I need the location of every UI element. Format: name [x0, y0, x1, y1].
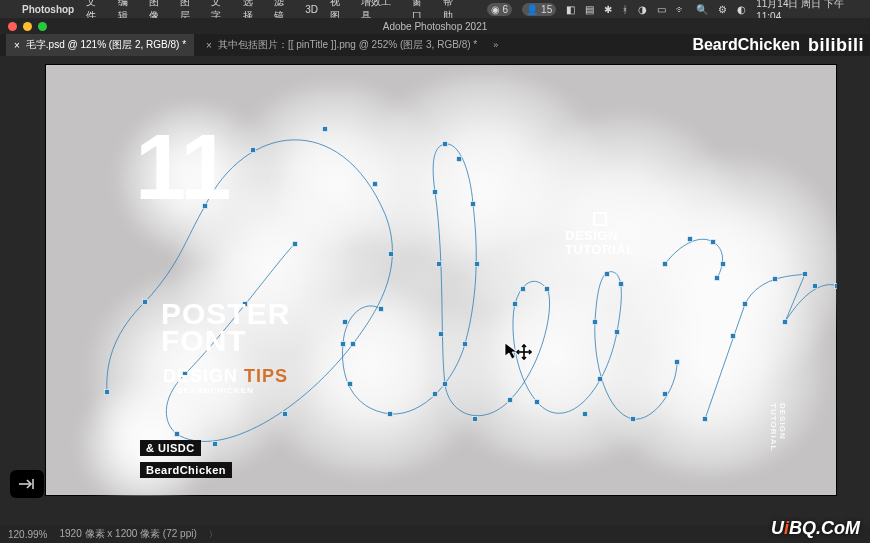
svg-rect-20: [463, 342, 468, 347]
svg-rect-13: [293, 242, 298, 247]
workspace: 11 DESIGN TUTORIAL POSTER FONT DESIGN TI…: [0, 56, 870, 543]
svg-rect-17: [348, 382, 353, 387]
svg-rect-35: [535, 400, 540, 405]
svg-rect-47: [711, 240, 716, 245]
svg-rect-24: [443, 142, 448, 147]
window-title: Adobe Photoshop 2021: [0, 21, 870, 32]
user-badge[interactable]: 👤 15: [522, 3, 556, 16]
svg-rect-5: [373, 182, 378, 187]
svg-rect-9: [213, 442, 218, 447]
svg-rect-50: [703, 417, 708, 422]
tips-word: TIPS: [244, 366, 288, 386]
bilibili-logo: bilibili: [808, 35, 864, 56]
svg-rect-40: [593, 320, 598, 325]
svg-rect-29: [473, 417, 478, 422]
status-icon[interactable]: ▤: [585, 4, 594, 15]
design-tips: DESIGN TIPS: [163, 366, 288, 387]
svg-rect-15: [343, 320, 348, 325]
tab-collapse-icon[interactable]: »: [493, 40, 498, 50]
svg-rect-55: [783, 320, 788, 325]
tab-label: 其中包括图片：[[ pinTitle ]].png @ 252% (图层 3, …: [218, 38, 477, 52]
svg-rect-53: [773, 277, 778, 282]
svg-rect-57: [835, 284, 838, 289]
svg-rect-14: [379, 307, 384, 312]
wifi-icon[interactable]: ᯤ: [676, 4, 686, 15]
record-badge[interactable]: ◉ 6: [487, 3, 513, 16]
svg-rect-6: [389, 252, 394, 257]
bluetooth-icon[interactable]: ᚼ: [622, 4, 628, 15]
svg-rect-18: [388, 412, 393, 417]
status-bar: 120.99% 1920 像素 x 1200 像素 (72 ppi) 〉: [0, 525, 870, 543]
svg-rect-23: [457, 157, 462, 162]
svg-rect-10: [175, 432, 180, 437]
svg-rect-32: [521, 287, 526, 292]
search-icon[interactable]: 🔍: [696, 4, 708, 15]
svg-rect-4: [323, 127, 328, 132]
document-tab[interactable]: × 其中包括图片：[[ pinTitle ]].png @ 252% (图层 3…: [198, 34, 485, 56]
tag-beardchicken: BeardChicken: [140, 462, 232, 478]
svg-rect-30: [508, 398, 513, 403]
floating-tool-button[interactable]: [10, 470, 44, 498]
svg-rect-1: [143, 300, 148, 305]
design-label: DESIGN: [565, 229, 634, 243]
tab-close-icon[interactable]: ×: [206, 40, 212, 51]
svg-rect-0: [105, 390, 110, 395]
svg-rect-54: [803, 272, 808, 277]
svg-rect-56: [813, 284, 818, 289]
svg-rect-22: [471, 202, 476, 207]
svg-rect-19: [433, 392, 438, 397]
svg-rect-51: [731, 334, 736, 339]
square-icon: [593, 212, 607, 226]
svg-rect-28: [443, 382, 448, 387]
document-tabs: × 毛字.psd @ 121% (图层 2, RGB/8) * × 其中包括图片…: [0, 34, 870, 56]
svg-rect-46: [688, 237, 693, 242]
svg-rect-31: [545, 287, 550, 292]
svg-rect-38: [619, 282, 624, 287]
document-tab[interactable]: × 毛字.psd @ 121% (图层 2, RGB/8) *: [6, 34, 194, 56]
status-icon[interactable]: ◑: [638, 4, 647, 15]
canvas[interactable]: 11 DESIGN TUTORIAL POSTER FONT DESIGN TI…: [45, 64, 837, 496]
poster-font-heading: POSTER FONT: [161, 300, 290, 354]
menu-3d[interactable]: 3D: [305, 4, 318, 15]
tab-close-icon[interactable]: ×: [14, 40, 20, 51]
poster-number: 11: [135, 126, 225, 209]
svg-rect-26: [437, 262, 442, 267]
doc-info[interactable]: 1920 像素 x 1200 像素 (72 ppi): [59, 527, 196, 541]
svg-rect-7: [351, 342, 356, 347]
svg-marker-58: [505, 343, 517, 359]
status-icon[interactable]: ◧: [566, 4, 575, 15]
svg-rect-41: [598, 377, 603, 382]
svg-rect-16: [341, 342, 346, 347]
svg-rect-36: [583, 412, 588, 417]
record-count: 6: [503, 4, 509, 15]
mac-menubar: Photoshop 文件 编辑 图像 图层 文字 选择 滤镜 3D 视图 增效工…: [0, 0, 870, 18]
svg-rect-3: [251, 148, 256, 153]
svg-rect-21: [475, 262, 480, 267]
svg-rect-25: [433, 190, 438, 195]
maximize-window-button[interactable]: [38, 22, 47, 31]
svg-rect-27: [439, 332, 444, 337]
battery-icon[interactable]: ▭: [657, 4, 666, 15]
subline: BEARDCHICKEN: [177, 386, 254, 395]
minimize-window-button[interactable]: [23, 22, 32, 31]
zoom-level[interactable]: 120.99%: [8, 529, 47, 540]
status-icon[interactable]: ✱: [604, 4, 612, 15]
side-vertical-label: DESIGN TUTORIAL: [769, 403, 787, 451]
svg-rect-42: [631, 417, 636, 422]
chevron-right-icon[interactable]: 〉: [209, 529, 217, 540]
svg-rect-48: [721, 262, 726, 267]
control-center-icon[interactable]: ⚙: [718, 4, 727, 15]
svg-rect-44: [675, 360, 680, 365]
siri-icon[interactable]: ◐: [737, 4, 746, 15]
design-word: DESIGN: [163, 366, 238, 386]
close-window-button[interactable]: [8, 22, 17, 31]
svg-rect-52: [743, 302, 748, 307]
user-count: 15: [541, 4, 552, 15]
svg-rect-8: [283, 412, 288, 417]
svg-rect-33: [513, 302, 518, 307]
brand-name: BeardChicken: [692, 36, 800, 54]
menubar-app[interactable]: Photoshop: [22, 4, 74, 15]
svg-rect-43: [663, 392, 668, 397]
font-word: FONT: [161, 327, 290, 354]
watermark: UiBQ.CoM: [771, 518, 860, 539]
